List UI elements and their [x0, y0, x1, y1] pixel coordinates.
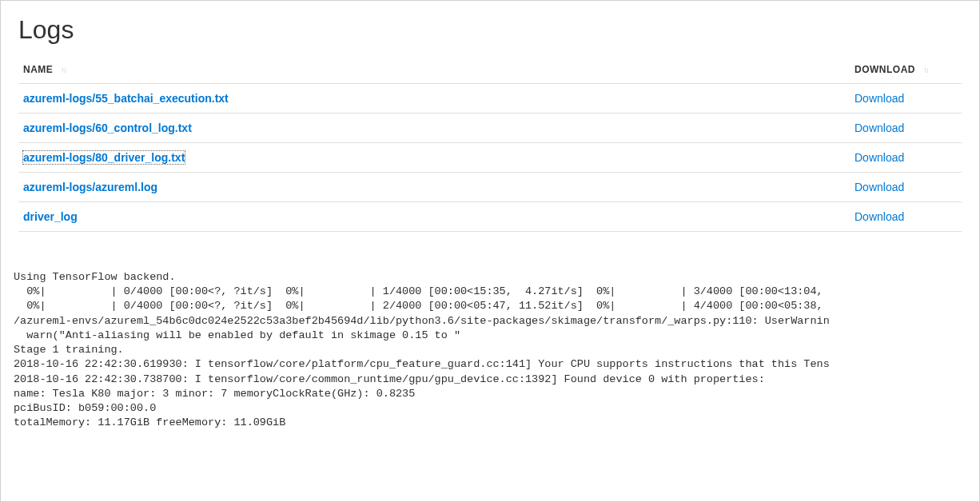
file-link[interactable]: azureml-logs/60_control_log.txt — [23, 122, 192, 134]
file-cell: azureml-logs/60_control_log.txt — [18, 114, 850, 143]
file-cell: azureml-logs/55_batchai_execution.txt — [18, 84, 850, 114]
download-link[interactable]: Download — [855, 92, 904, 105]
table-row: azureml-logs/80_driver_log.txtDownload — [18, 143, 962, 173]
sort-icon: ↑↓ — [923, 66, 928, 74]
logs-table-wrap: NAME ↑↓ DOWNLOAD ↑↓ azureml-logs/55_batc… — [1, 53, 979, 232]
download-link[interactable]: Download — [855, 151, 904, 164]
page-title: Logs — [1, 1, 979, 53]
download-cell: Download — [850, 114, 962, 143]
file-link[interactable]: azureml-logs/azureml.log — [23, 181, 157, 193]
table-row: azureml-logs/55_batchai_execution.txtDow… — [18, 84, 962, 114]
table-row: azureml-logs/azureml.logDownload — [18, 173, 962, 202]
download-link[interactable]: Download — [855, 122, 904, 134]
file-link[interactable]: azureml-logs/80_driver_log.txt — [23, 151, 185, 164]
download-cell: Download — [850, 173, 962, 202]
logs-table: NAME ↑↓ DOWNLOAD ↑↓ azureml-logs/55_batc… — [18, 53, 962, 232]
table-row: driver_logDownload — [18, 202, 962, 232]
file-link[interactable]: azureml-logs/55_batchai_execution.txt — [23, 92, 229, 105]
download-link[interactable]: Download — [855, 210, 904, 223]
table-row: azureml-logs/60_control_log.txtDownload — [18, 114, 962, 143]
logs-panel: Logs NAME ↑↓ DOWNLOAD ↑↓ azureml-logs/55… — [0, 0, 980, 502]
download-link[interactable]: Download — [855, 181, 904, 193]
download-cell: Download — [850, 143, 962, 173]
file-cell: driver_log — [18, 202, 850, 232]
file-cell: azureml-logs/azureml.log — [18, 173, 850, 202]
column-header-download-label: DOWNLOAD — [855, 64, 915, 75]
column-header-name-label: NAME — [23, 64, 53, 75]
column-header-download[interactable]: DOWNLOAD ↑↓ — [850, 53, 962, 84]
sort-icon: ↑↓ — [61, 66, 66, 74]
download-cell: Download — [850, 84, 962, 114]
download-cell: Download — [850, 202, 962, 232]
file-link[interactable]: driver_log — [23, 210, 78, 223]
column-header-name[interactable]: NAME ↑↓ — [18, 53, 850, 84]
file-cell: azureml-logs/80_driver_log.txt — [18, 143, 850, 173]
log-output: Using TensorFlow backend. 0%| | 0/4000 [… — [1, 232, 979, 438]
